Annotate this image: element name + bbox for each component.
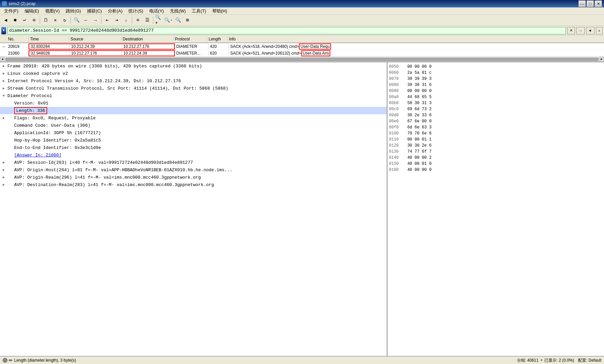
menu-wireless[interactable]: 无线(W) [167,7,188,15]
menu-analyze[interactable]: 分析(A) [105,7,125,15]
detail-appid[interactable]: ApplicationId: 3GPP Sh (16777217) [0,129,387,136]
minimize-button[interactable]: — [578,0,586,7]
expand-icon-sctp[interactable]: ▶ [3,86,7,90]
col-header-source: Source [69,37,121,41]
toolbar-sep3 [101,17,101,24]
toolbar-close-button[interactable]: ⊙ [30,16,38,25]
detail-answer-in[interactable]: [Answer In: 21060] [0,151,387,159]
row-proto-21060: DIAMETER... [175,51,209,56]
maximize-button[interactable]: □ [586,0,594,7]
expand-icon-avp-origin-host[interactable]: ▶ [3,168,7,172]
expand-icon-avp-origin-realm[interactable]: ▶ [3,175,7,179]
detail-answer-link[interactable]: [Answer In: 21060] [14,153,61,158]
toolbar-refresh-button[interactable]: ↻ [60,16,69,25]
detail-e2e[interactable]: End-to-End Identifier: 0x3e3c1d9e [0,144,387,151]
menu-capture[interactable]: 捕获(C) [84,7,104,15]
toolbar-zoom-button[interactable]: 🔍+ [155,16,163,25]
toolbar-back-button[interactable]: ← [82,16,90,25]
detail-ipv4[interactable]: ▶ Internet Protocol Version 4, Src: 10.2… [0,77,387,85]
menu-file[interactable]: 文件(F) [1,7,21,15]
toolbar-reload-button[interactable]: 🗋 [41,16,50,25]
scroll-right-arrow[interactable]: ▶ [599,57,604,62]
menu-edit[interactable]: 编辑(E) [22,7,42,15]
hex-offset-0070: 0070 [389,77,402,81]
menu-tools[interactable]: 工具(T) [189,7,209,15]
toolbar-resize-button[interactable]: ⊞ [183,16,192,25]
detail-length-text: Length: 336 [14,107,47,114]
toolbar-golast-button[interactable]: ⇥ [112,16,121,25]
menu-help[interactable]: 帮助(H) [210,7,230,15]
menu-phone[interactable]: 电话(Y) [147,7,167,15]
hex-offset-00d0: 00d0 [389,113,402,118]
hex-offset-0120: 0120 [389,143,402,148]
expand-icon-avp-dest-realm[interactable]: ▶ [3,183,7,187]
detail-length[interactable]: Length: 336 [0,107,387,114]
detail-linux[interactable]: ▶ Linux cooked capture v2 [0,70,387,77]
toolbar-forward-button[interactable]: → [91,16,100,25]
filter-add-button[interactable]: + [596,27,603,34]
toolbar-sep5 [153,17,153,24]
packet-list-scrollbar[interactable]: ◀ ▶ [0,57,604,61]
detail-version[interactable]: Version: 0x01 [0,99,387,107]
menu-view[interactable]: 视图(V) [42,7,62,15]
detail-flags[interactable]: ▶ Flags: 0xc0, Request, Proxyable [0,114,387,122]
toolbar-zoomout-button[interactable]: 🔍- [164,16,173,25]
row-no-20919: 20919 [7,44,29,49]
expand-icon-frame[interactable]: ▶ [3,64,7,68]
filter-apply-button[interactable]: → [576,27,585,34]
detail-sctp-text: Stream Control Transmission Protocol, Sr… [7,86,228,91]
toolbar-gofirst-button[interactable]: ⇤ [103,16,112,25]
hex-offset-0140: 0140 [389,155,402,160]
expand-icon-diameter[interactable]: ▼ [3,94,7,98]
filter-label-icon: ▼ [1,27,6,34]
detail-avp-origin-realm[interactable]: ▶ AVP: Origin-Realm(296) l=41 f=-M- val=… [0,174,387,181]
detail-frame-text: Frame 20919: 420 bytes on wire (3360 bit… [7,64,202,69]
toolbar-godown-button[interactable]: ↓ [122,16,130,25]
toolbar-zoom100-button[interactable]: 🔍 [174,16,182,25]
filter-input[interactable] [7,27,566,34]
toolbar-detail-button[interactable]: ☰ [143,16,152,25]
toolbar-open-button[interactable]: ■ [11,16,20,25]
filter-clear-button[interactable]: ✕ [567,27,575,34]
toolbar-options-button[interactable]: ✕ [51,16,60,25]
detail-hop-text: Hop-by-Hop Identifier: 0x2a5a81c5 [14,138,101,143]
toolbar-zoom-in-button[interactable]: 🔍 [72,16,81,25]
detail-avp-origin-host[interactable]: ▶ AVP: Origin-Host(264) l=81 f=-M- val=A… [0,166,387,174]
close-button[interactable]: ✕ [595,0,602,7]
hex-bytes-0060: 2a 5a 81 c [402,70,603,75]
detail-frame[interactable]: ▶ Frame 20919: 420 bytes on wire (3360 b… [0,62,387,70]
detail-diameter[interactable]: ▼ Diameter Protocol [0,92,387,99]
detail-avp-session[interactable]: ▶ AVP: Session-Id(263) l=40 f=-M- val=99… [0,159,387,166]
toolbar-list-button[interactable]: ≡ [133,16,142,25]
toolbar-save-button[interactable]: ↩ [20,16,29,25]
packet-row-21060[interactable]: 21060 32.948028 10.212.27.176 10.212.24.… [0,50,604,57]
packet-list-header: No. Time Source Destination Protocol Len… [0,36,604,43]
menu-goto[interactable]: 跳转(G) [63,7,84,15]
scroll-left-arrow[interactable]: ◀ [0,57,5,62]
detail-avp-dest-realm[interactable]: ▶ AVP: Destination-Realm(283) l=41 f=-M-… [0,181,387,188]
hex-bytes-0070: 39 39 39 3 [402,77,603,81]
menu-stats[interactable]: 统计(S) [126,7,146,15]
filter-bookmark-button[interactable]: ▼ [586,27,595,34]
status-packets: 分组: 40611 • 已显示: 2 (0.0%) [517,358,574,363]
hex-bytes-0160: 40 00 00 0 [402,168,603,172]
detail-sctp[interactable]: ▶ Stream Control Transmission Protocol, … [0,85,387,92]
hex-row-0120: 0120 30 30 2e 6 [389,143,603,149]
hex-row-0150: 0150 40 00 01 0 [389,161,603,167]
row-info-20919: SACK (Ack=518, Arwnd=20480) cmd=User-Dat… [229,43,604,50]
detail-hop[interactable]: Hop-by-Hop Identifier: 0x2a5a81c5 [0,136,387,144]
hex-row-0070: 0070 39 39 39 3 [389,76,603,82]
detail-command-code[interactable]: Command Code: User-Data (306) [0,122,387,129]
hex-offset-0080: 0080 [389,83,402,87]
scroll-thumb[interactable] [5,58,599,61]
expand-icon-flags[interactable]: ▶ [3,116,7,120]
row-src-20919: 10.212.24.39 [70,44,122,49]
title-bar-controls[interactable]: — □ ✕ [578,0,602,7]
expand-icon-ipv4[interactable]: ▶ [3,79,7,83]
status-indicator [3,358,7,363]
expand-icon-avp-session[interactable]: ▶ [3,160,7,164]
expand-icon-linux[interactable]: ▶ [3,71,7,75]
packet-row-20919[interactable]: → 20919 32.830284 10.212.24.39 10.212.27… [0,43,604,50]
detail-avp-origin-host-text: AVP: Origin-Host(264) l=81 f=-M- val=APP… [14,168,233,173]
toolbar-new-button[interactable]: ◀ [1,16,10,25]
